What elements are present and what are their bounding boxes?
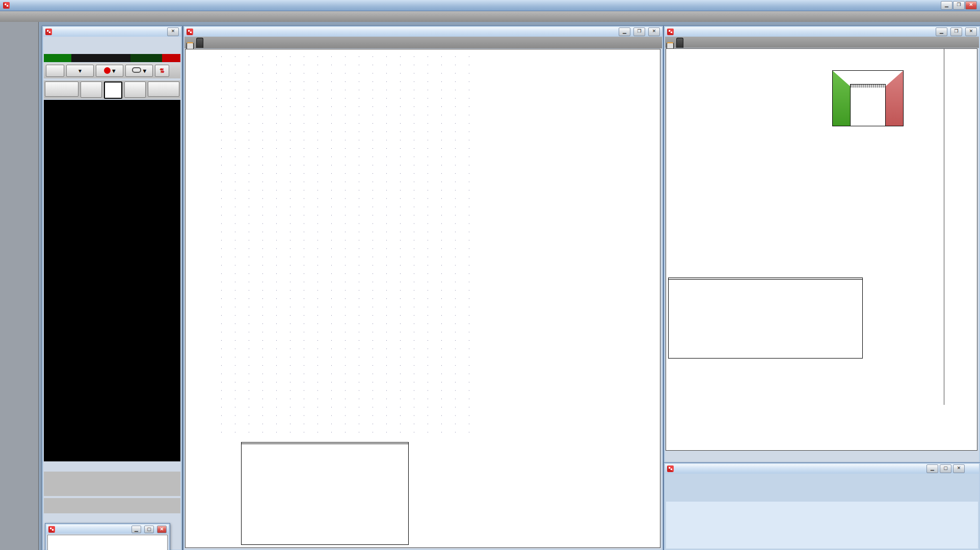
min-price-scale[interactable] xyxy=(944,48,980,405)
dom-toolbar: ▾ ▾ ▾ ⇅ xyxy=(44,63,180,78)
mp-minimize-icon[interactable]: ▁ xyxy=(619,28,630,36)
dom-link-dropdown[interactable]: ▾ xyxy=(125,65,153,77)
orders-window-title-bar[interactable]: ▁ ▢ ✕ xyxy=(665,464,979,474)
rtds-title-bar[interactable]: ▁ ▢ ✕ xyxy=(46,525,169,534)
min-add-tab-button[interactable] xyxy=(676,38,683,48)
dom-suspend-button[interactable] xyxy=(46,65,64,77)
dom-close-icon[interactable]: ✕ xyxy=(167,28,179,36)
mp-window-title-bar[interactable]: ▁ ❐ ✕ xyxy=(184,27,662,37)
rtds-icon xyxy=(48,526,55,533)
mp-grid-dots xyxy=(215,52,469,439)
restore-icon[interactable]: ❐ xyxy=(953,1,965,10)
record-icon xyxy=(104,67,111,74)
mp-price-scale[interactable] xyxy=(185,49,213,548)
rtds-minimize-icon[interactable]: ▁ xyxy=(131,526,141,533)
chart-trade-widget xyxy=(832,70,904,126)
rtds-window: ▁ ▢ ✕ xyxy=(45,523,170,550)
mp-add-tab-button[interactable] xyxy=(196,38,203,48)
mp-restore-icon[interactable]: ❐ xyxy=(633,28,645,36)
dom-day-dropdown[interactable]: ▾ xyxy=(66,65,94,77)
lmt-button[interactable] xyxy=(104,81,122,99)
close-icon[interactable]: ✕ xyxy=(965,1,977,10)
min-minimize-icon[interactable]: ▁ xyxy=(936,28,947,36)
widget-center-box[interactable] xyxy=(850,84,886,126)
dom-qty-buttons xyxy=(44,498,180,513)
buy-mkt-button[interactable] xyxy=(45,81,78,97)
dom-price-ladder xyxy=(44,100,180,461)
dom-sell-qty xyxy=(162,54,180,62)
menu-bar xyxy=(0,11,980,22)
min-window-icon xyxy=(667,29,674,35)
dom-record-dropdown[interactable]: ▾ xyxy=(96,65,123,77)
dom-buy-qty xyxy=(44,54,71,62)
dom-window-title-bar[interactable]: ✕ xyxy=(43,27,181,37)
orders-window: ▁ ▢ ✕ xyxy=(664,462,980,550)
dom-arrange-button[interactable]: ⇅ xyxy=(155,65,169,77)
dom-pl-value xyxy=(130,54,162,62)
offer-button[interactable] xyxy=(124,81,146,98)
widget-buy-button[interactable] xyxy=(833,71,850,126)
dom-window-icon xyxy=(45,29,52,35)
mp-window-icon xyxy=(187,29,193,35)
app-title-bar: ▁ ❐ ✕ xyxy=(0,0,980,11)
dom-trade-buttons xyxy=(44,80,180,99)
mp-order-book-panel xyxy=(241,442,409,545)
dom-position-label xyxy=(71,54,130,62)
mp-close-icon[interactable]: ✕ xyxy=(648,28,660,36)
min-order-book-panel xyxy=(668,278,863,359)
orders-restore-icon[interactable]: ▢ xyxy=(940,464,951,473)
min-restore-icon[interactable]: ❐ xyxy=(950,28,962,36)
min-plot-bg xyxy=(666,48,977,451)
widget-sell-button[interactable] xyxy=(886,71,903,126)
link-icon xyxy=(132,67,141,73)
orders-minimize-icon[interactable]: ▁ xyxy=(926,464,938,473)
widget-up-arrow[interactable] xyxy=(850,71,886,84)
studies-sidebar xyxy=(0,22,39,550)
dom-status-bar xyxy=(44,54,180,62)
min-close-icon[interactable]: ✕ xyxy=(965,28,977,36)
dom-symbol-tabs xyxy=(44,43,180,53)
sell-mkt-button[interactable] xyxy=(148,81,179,97)
rtds-close-icon[interactable]: ✕ xyxy=(157,526,167,533)
minimize-icon[interactable]: ▁ xyxy=(941,1,952,10)
bid-button[interactable] xyxy=(81,81,102,98)
orders-window-icon xyxy=(667,465,674,472)
orders-close-icon[interactable]: ✕ xyxy=(953,464,965,473)
dom-cancel-buttons xyxy=(44,472,180,496)
rtds-restore-icon[interactable]: ▢ xyxy=(144,526,154,533)
min-window-title-bar[interactable]: ▁ ❐ ✕ xyxy=(665,27,979,37)
app-logo-icon xyxy=(3,2,10,9)
